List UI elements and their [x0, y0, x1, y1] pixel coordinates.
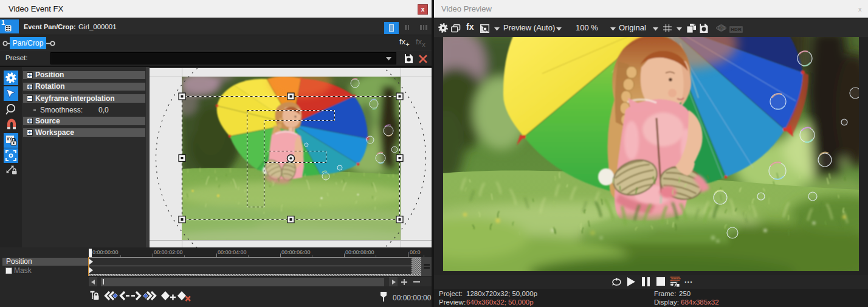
- svg-text:XY: XY: [7, 137, 12, 141]
- svg-text:360: 360: [719, 26, 726, 30]
